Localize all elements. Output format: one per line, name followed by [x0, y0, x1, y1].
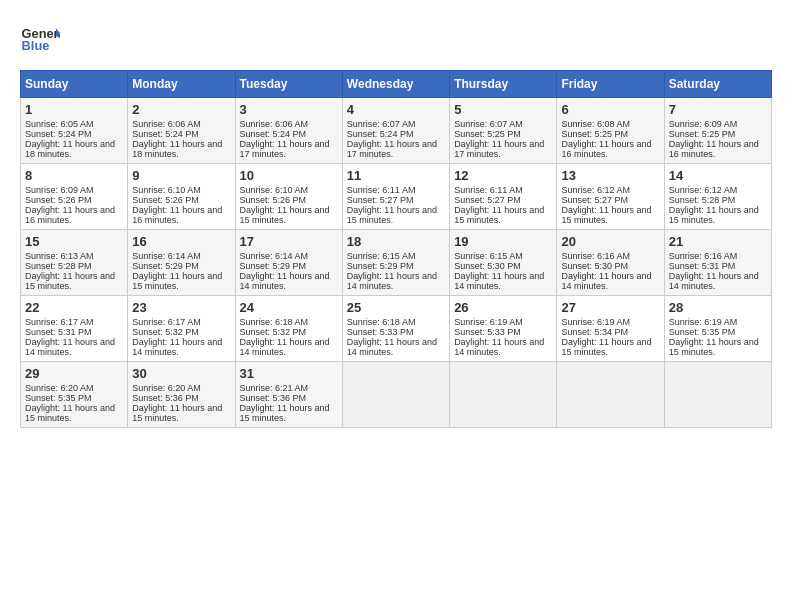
calendar-cell: 14Sunrise: 6:12 AMSunset: 5:28 PMDayligh… [664, 164, 771, 230]
calendar-cell: 4Sunrise: 6:07 AMSunset: 5:24 PMDaylight… [342, 98, 449, 164]
calendar-body: 1Sunrise: 6:05 AMSunset: 5:24 PMDaylight… [21, 98, 772, 428]
col-header-sunday: Sunday [21, 71, 128, 98]
col-header-wednesday: Wednesday [342, 71, 449, 98]
calendar-cell: 22Sunrise: 6:17 AMSunset: 5:31 PMDayligh… [21, 296, 128, 362]
calendar-cell: 18Sunrise: 6:15 AMSunset: 5:29 PMDayligh… [342, 230, 449, 296]
calendar-cell: 24Sunrise: 6:18 AMSunset: 5:32 PMDayligh… [235, 296, 342, 362]
calendar-header: SundayMondayTuesdayWednesdayThursdayFrid… [21, 71, 772, 98]
calendar-cell: 1Sunrise: 6:05 AMSunset: 5:24 PMDaylight… [21, 98, 128, 164]
calendar-cell: 9Sunrise: 6:10 AMSunset: 5:26 PMDaylight… [128, 164, 235, 230]
page-header: General Blue [20, 20, 772, 60]
calendar-cell: 19Sunrise: 6:15 AMSunset: 5:30 PMDayligh… [450, 230, 557, 296]
calendar-cell: 16Sunrise: 6:14 AMSunset: 5:29 PMDayligh… [128, 230, 235, 296]
calendar-cell: 26Sunrise: 6:19 AMSunset: 5:33 PMDayligh… [450, 296, 557, 362]
calendar-cell [450, 362, 557, 428]
calendar-cell: 6Sunrise: 6:08 AMSunset: 5:25 PMDaylight… [557, 98, 664, 164]
calendar-cell [557, 362, 664, 428]
week-row-2: 8Sunrise: 6:09 AMSunset: 5:26 PMDaylight… [21, 164, 772, 230]
calendar-cell: 2Sunrise: 6:06 AMSunset: 5:24 PMDaylight… [128, 98, 235, 164]
calendar-cell [342, 362, 449, 428]
week-row-5: 29Sunrise: 6:20 AMSunset: 5:35 PMDayligh… [21, 362, 772, 428]
calendar-cell: 20Sunrise: 6:16 AMSunset: 5:30 PMDayligh… [557, 230, 664, 296]
col-header-thursday: Thursday [450, 71, 557, 98]
calendar-cell: 30Sunrise: 6:20 AMSunset: 5:36 PMDayligh… [128, 362, 235, 428]
calendar-cell: 29Sunrise: 6:20 AMSunset: 5:35 PMDayligh… [21, 362, 128, 428]
calendar-cell: 28Sunrise: 6:19 AMSunset: 5:35 PMDayligh… [664, 296, 771, 362]
calendar-cell: 27Sunrise: 6:19 AMSunset: 5:34 PMDayligh… [557, 296, 664, 362]
calendar-cell: 21Sunrise: 6:16 AMSunset: 5:31 PMDayligh… [664, 230, 771, 296]
week-row-1: 1Sunrise: 6:05 AMSunset: 5:24 PMDaylight… [21, 98, 772, 164]
calendar-cell: 8Sunrise: 6:09 AMSunset: 5:26 PMDaylight… [21, 164, 128, 230]
calendar-cell: 13Sunrise: 6:12 AMSunset: 5:27 PMDayligh… [557, 164, 664, 230]
calendar-cell: 17Sunrise: 6:14 AMSunset: 5:29 PMDayligh… [235, 230, 342, 296]
logo-icon: General Blue [20, 20, 60, 60]
calendar-cell: 3Sunrise: 6:06 AMSunset: 5:24 PMDaylight… [235, 98, 342, 164]
header-row: SundayMondayTuesdayWednesdayThursdayFrid… [21, 71, 772, 98]
calendar-cell: 23Sunrise: 6:17 AMSunset: 5:32 PMDayligh… [128, 296, 235, 362]
calendar-table: SundayMondayTuesdayWednesdayThursdayFrid… [20, 70, 772, 428]
col-header-friday: Friday [557, 71, 664, 98]
calendar-cell: 7Sunrise: 6:09 AMSunset: 5:25 PMDaylight… [664, 98, 771, 164]
svg-text:Blue: Blue [22, 38, 50, 53]
calendar-cell: 12Sunrise: 6:11 AMSunset: 5:27 PMDayligh… [450, 164, 557, 230]
logo: General Blue [20, 20, 65, 60]
calendar-cell: 15Sunrise: 6:13 AMSunset: 5:28 PMDayligh… [21, 230, 128, 296]
calendar-cell [664, 362, 771, 428]
calendar-cell: 10Sunrise: 6:10 AMSunset: 5:26 PMDayligh… [235, 164, 342, 230]
calendar-cell: 25Sunrise: 6:18 AMSunset: 5:33 PMDayligh… [342, 296, 449, 362]
calendar-cell: 11Sunrise: 6:11 AMSunset: 5:27 PMDayligh… [342, 164, 449, 230]
col-header-monday: Monday [128, 71, 235, 98]
week-row-3: 15Sunrise: 6:13 AMSunset: 5:28 PMDayligh… [21, 230, 772, 296]
col-header-saturday: Saturday [664, 71, 771, 98]
calendar-cell: 31Sunrise: 6:21 AMSunset: 5:36 PMDayligh… [235, 362, 342, 428]
week-row-4: 22Sunrise: 6:17 AMSunset: 5:31 PMDayligh… [21, 296, 772, 362]
calendar-cell: 5Sunrise: 6:07 AMSunset: 5:25 PMDaylight… [450, 98, 557, 164]
col-header-tuesday: Tuesday [235, 71, 342, 98]
